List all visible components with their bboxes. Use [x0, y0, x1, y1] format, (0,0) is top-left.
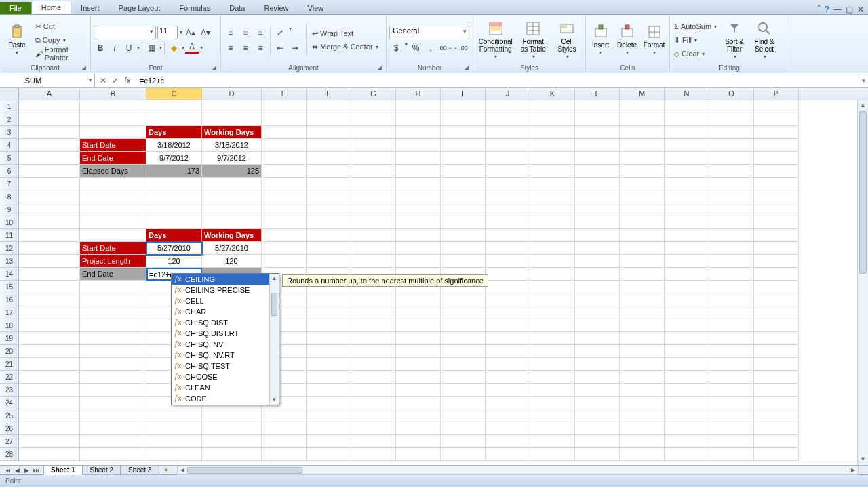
- paste-button[interactable]: Paste▾: [3, 18, 31, 62]
- cell-B15[interactable]: [80, 281, 146, 293]
- row-header-7[interactable]: 7: [0, 178, 18, 190]
- cell-E2[interactable]: [262, 113, 307, 126]
- merge-center-button[interactable]: ⬌Merge & Center▾: [311, 40, 380, 54]
- name-box-input[interactable]: [3, 77, 64, 85]
- cell-G6[interactable]: [351, 165, 396, 178]
- col-header-J[interactable]: J: [486, 88, 530, 100]
- cell-K20[interactable]: [530, 345, 575, 358]
- cell-K23[interactable]: [530, 384, 575, 396]
- cell-A1[interactable]: [19, 100, 80, 113]
- cell-B6[interactable]: Elapsed Days: [80, 165, 146, 178]
- cell-L10[interactable]: [575, 216, 620, 229]
- sheet-tab-sheet-1[interactable]: Sheet 1: [43, 466, 83, 475]
- cell-P27[interactable]: [754, 435, 799, 448]
- cell-B7[interactable]: [80, 178, 146, 190]
- cell-G23[interactable]: [351, 384, 396, 396]
- cell-B27[interactable]: [80, 435, 146, 448]
- ac-item-cell[interactable]: ƒxCELL: [172, 296, 272, 306]
- fill-button[interactable]: ⬇Fill▾: [673, 33, 718, 47]
- cell-H25[interactable]: [396, 409, 441, 422]
- cell-B8[interactable]: [80, 190, 146, 203]
- cell-A7[interactable]: [19, 178, 80, 190]
- cell-N1[interactable]: [665, 100, 709, 113]
- cell-J19[interactable]: [486, 332, 530, 345]
- align-left-icon[interactable]: ≡: [224, 41, 237, 55]
- cell-G16[interactable]: [351, 293, 396, 306]
- cell-G9[interactable]: [351, 203, 396, 216]
- cell-I12[interactable]: [441, 242, 486, 255]
- ac-item-chisq-inv-rt[interactable]: ƒxCHISQ.INV.RT: [172, 350, 272, 361]
- cell-O12[interactable]: [709, 242, 754, 255]
- cell-M20[interactable]: [620, 345, 665, 358]
- cell-N27[interactable]: [665, 435, 709, 448]
- scroll-thumb[interactable]: [859, 111, 867, 274]
- cell-I17[interactable]: [441, 306, 486, 319]
- cell-G5[interactable]: [351, 152, 396, 165]
- cell-G7[interactable]: [351, 178, 396, 190]
- cell-K3[interactable]: [530, 126, 575, 139]
- number-format-select[interactable]: General: [389, 26, 469, 39]
- col-header-O[interactable]: O: [709, 88, 754, 100]
- cell-M4[interactable]: [620, 139, 665, 152]
- cell-I11[interactable]: [441, 229, 486, 242]
- cell-C12[interactable]: 5/27/2010: [146, 242, 202, 255]
- cell-H17[interactable]: [396, 306, 441, 319]
- cell-H6[interactable]: [396, 165, 441, 178]
- cell-A21[interactable]: [19, 358, 80, 371]
- cell-N28[interactable]: [665, 448, 709, 461]
- cell-A16[interactable]: [19, 293, 80, 306]
- cell-N25[interactable]: [665, 409, 709, 422]
- cell-G26[interactable]: [351, 422, 396, 435]
- cell-C2[interactable]: [146, 113, 202, 126]
- cell-C6[interactable]: 173: [146, 165, 202, 178]
- cell-L6[interactable]: [575, 165, 620, 178]
- cell-H19[interactable]: [396, 332, 441, 345]
- col-header-A[interactable]: A: [19, 88, 80, 100]
- cell-H28[interactable]: [396, 448, 441, 461]
- cell-E12[interactable]: [262, 242, 307, 255]
- cell-K15[interactable]: [530, 281, 575, 293]
- cell-J12[interactable]: [486, 242, 530, 255]
- cell-O2[interactable]: [709, 113, 754, 126]
- cell-P20[interactable]: [754, 345, 799, 358]
- ac-item-chisq-test[interactable]: ƒxCHISQ.TEST: [172, 361, 272, 371]
- cell-P28[interactable]: [754, 448, 799, 461]
- cell-L5[interactable]: [575, 152, 620, 165]
- cell-N14[interactable]: [665, 268, 709, 281]
- cell-J26[interactable]: [486, 422, 530, 435]
- cell-L8[interactable]: [575, 190, 620, 203]
- col-header-M[interactable]: M: [620, 88, 665, 100]
- cell-D7[interactable]: [202, 178, 262, 190]
- cell-A23[interactable]: [19, 384, 80, 396]
- cell-G1[interactable]: [351, 100, 396, 113]
- cell-E28[interactable]: [262, 448, 307, 461]
- ac-item-clean[interactable]: ƒxCLEAN: [172, 382, 272, 393]
- font-size-select[interactable]: 11: [157, 26, 178, 39]
- ac-item-char[interactable]: ƒxCHAR: [172, 306, 272, 317]
- cell-G24[interactable]: [351, 396, 396, 409]
- row-header-26[interactable]: 26: [0, 422, 18, 435]
- cell-K18[interactable]: [530, 319, 575, 332]
- cell-A27[interactable]: [19, 435, 80, 448]
- cell-A26[interactable]: [19, 422, 80, 435]
- cell-F24[interactable]: [307, 396, 351, 409]
- cell-O28[interactable]: [709, 448, 754, 461]
- cell-O19[interactable]: [709, 332, 754, 345]
- cell-B20[interactable]: [80, 345, 146, 358]
- select-all-corner[interactable]: [0, 88, 19, 100]
- fx-icon[interactable]: fx: [122, 76, 133, 85]
- cell-A25[interactable]: [19, 409, 80, 422]
- row-header-1[interactable]: 1: [0, 100, 18, 113]
- percent-icon[interactable]: %: [409, 41, 422, 55]
- cell-N2[interactable]: [665, 113, 709, 126]
- cell-D3[interactable]: Working Days: [202, 126, 262, 139]
- number-launcher[interactable]: ◢: [464, 64, 469, 71]
- cell-G22[interactable]: [351, 371, 396, 384]
- cell-L14[interactable]: [575, 268, 620, 281]
- cell-N7[interactable]: [665, 178, 709, 190]
- align-right-icon[interactable]: ≡: [254, 41, 267, 55]
- cell-B25[interactable]: [80, 409, 146, 422]
- cell-P6[interactable]: [754, 165, 799, 178]
- cell-C25[interactable]: [146, 409, 202, 422]
- row-header-18[interactable]: 18: [0, 319, 18, 332]
